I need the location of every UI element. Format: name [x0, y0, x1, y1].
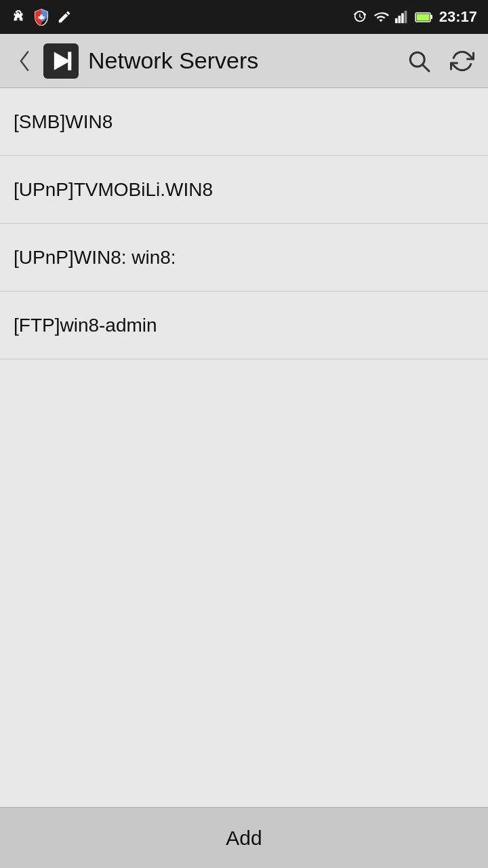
server-item-label: [UPnP]WIN8: win8:	[14, 247, 176, 269]
page-title: Network Servers	[88, 47, 404, 74]
usb-icon	[11, 9, 26, 24]
add-button[interactable]: Add	[0, 807, 488, 868]
server-item-smb[interactable]: [SMB]WIN8	[0, 88, 488, 156]
app-icon	[43, 43, 79, 79]
alarm-icon	[352, 9, 367, 24]
server-item-ftp[interactable]: [FTP]win8-admin	[0, 292, 488, 359]
svg-marker-9	[54, 52, 70, 70]
status-bar-left-icons	[11, 8, 72, 26]
svg-rect-5	[404, 11, 407, 23]
svg-rect-4	[401, 14, 404, 24]
status-bar: 23:17	[0, 0, 488, 34]
server-item-label: [UPnP]TVMOBiLi.WIN8	[14, 179, 213, 201]
status-bar-right-icons: 23:17	[352, 8, 477, 26]
status-time: 23:17	[439, 8, 477, 26]
server-item-upnp-win8[interactable]: [UPnP]WIN8: win8:	[0, 224, 488, 292]
pencil-icon	[57, 9, 72, 24]
back-button[interactable]	[11, 47, 38, 75]
toolbar: Network Servers	[0, 34, 488, 88]
server-item-label: [FTP]win8-admin	[14, 315, 157, 336]
svg-line-12	[422, 64, 429, 71]
wifi-icon	[373, 9, 389, 24]
svg-rect-7	[430, 15, 432, 19]
svg-rect-3	[398, 16, 401, 23]
svg-rect-1	[38, 16, 44, 19]
server-list: [SMB]WIN8 [UPnP]TVMOBiLi.WIN8 [UPnP]WIN8…	[0, 88, 488, 807]
svg-rect-10	[68, 52, 71, 70]
signal-icon	[394, 9, 409, 24]
server-item-upnp-tvmobili[interactable]: [UPnP]TVMOBiLi.WIN8	[0, 156, 488, 224]
server-item-label: [SMB]WIN8	[14, 111, 113, 133]
svg-rect-8	[416, 14, 429, 21]
toolbar-actions	[404, 46, 477, 76]
refresh-button[interactable]	[447, 46, 477, 76]
shield-icon	[33, 8, 50, 26]
battery-icon	[415, 10, 434, 24]
svg-rect-2	[395, 18, 398, 23]
search-button[interactable]	[404, 46, 434, 76]
